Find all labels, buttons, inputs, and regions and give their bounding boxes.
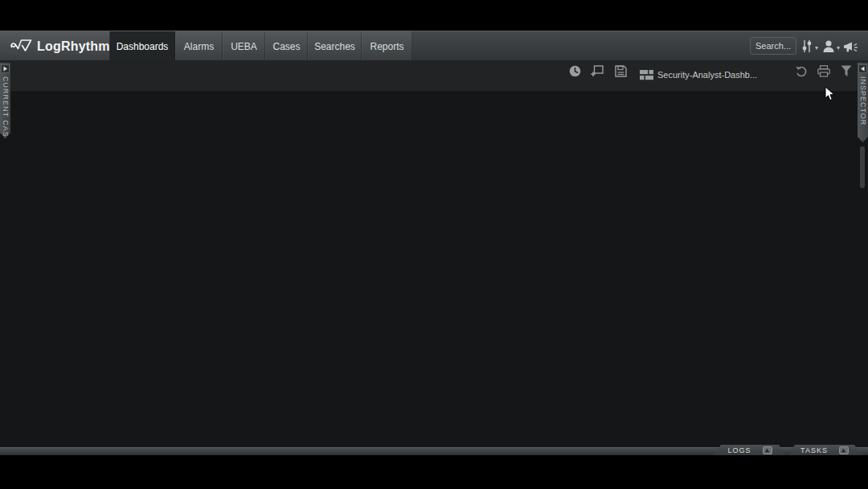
tasks-drawer-tab[interactable]: TASKS (788, 445, 862, 455)
filter-icon (841, 66, 852, 80)
undo-button[interactable] (795, 65, 808, 80)
filter-button[interactable] (841, 65, 852, 80)
tab-reports[interactable]: Reports (362, 31, 412, 61)
current-case-label: CURRENT CASE (2, 76, 10, 143)
expand-left-icon[interactable] (858, 64, 867, 73)
add-widget-button[interactable] (591, 65, 604, 80)
logo: LogRhythm™ (0, 31, 110, 61)
sliders-icon (801, 39, 813, 56)
main-nav-bar: LogRhythm™ Dashboards Alarms UEBA Cases … (0, 31, 868, 60)
dashboard-toolbar: Security-Analyst-Dashb... (0, 60, 868, 91)
clock-icon (569, 66, 581, 80)
expand-up-icon[interactable] (839, 446, 849, 454)
time-range-button[interactable] (569, 65, 581, 80)
dashboard-layout-icon (640, 69, 653, 84)
search-button[interactable]: Search... (750, 37, 796, 55)
expand-right-icon[interactable] (1, 64, 10, 73)
inspector-panel-tab[interactable]: INSPECTOR (858, 63, 868, 142)
add-widget-icon (591, 66, 604, 80)
tasks-label: TASKS (800, 446, 828, 454)
tab-alarms[interactable]: Alarms (175, 31, 223, 61)
undo-icon (795, 66, 808, 80)
dashboard-selector[interactable]: Security-Analyst-Dashb... (657, 70, 757, 80)
nav-tabs: Dashboards Alarms UEBA Cases Searches Re… (110, 31, 412, 61)
inspector-label: INSPECTOR (859, 76, 867, 125)
brand-name: LogRhythm™ (37, 39, 116, 54)
user-menu[interactable]: ▾ (822, 39, 840, 56)
dashboard-canvas (0, 91, 868, 447)
tab-ueba[interactable]: UEBA (223, 31, 265, 61)
chevron-down-icon: ▾ (815, 44, 818, 51)
current-case-panel-tab[interactable]: CURRENT CASE (0, 63, 10, 138)
print-icon (817, 66, 830, 80)
logrhythm-logo-icon (10, 37, 33, 56)
megaphone-icon (843, 39, 859, 57)
chevron-down-icon: ▾ (837, 44, 840, 51)
logs-drawer-tab[interactable]: LOGS (714, 445, 786, 455)
expand-up-icon[interactable] (763, 446, 772, 454)
save-icon (615, 66, 627, 80)
user-icon (822, 39, 835, 56)
sliders-menu[interactable]: ▾ (801, 39, 818, 56)
tab-dashboards[interactable]: Dashboards (110, 31, 175, 61)
announcements-button[interactable] (843, 39, 859, 57)
save-dashboard-button[interactable] (615, 65, 627, 80)
print-button[interactable] (817, 65, 830, 80)
vertical-scrollbar[interactable] (860, 146, 865, 188)
logs-label: LOGS (727, 446, 751, 454)
tab-cases[interactable]: Cases (265, 31, 308, 61)
tab-searches[interactable]: Searches (308, 31, 362, 61)
